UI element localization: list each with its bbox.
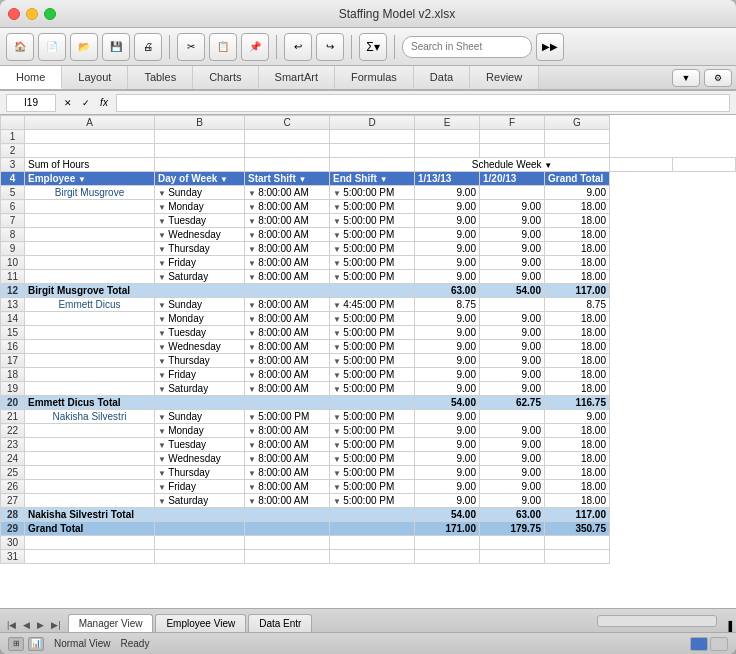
col-d-cell[interactable]: End Shift ▼ (330, 172, 415, 186)
col-b-cell[interactable] (155, 508, 245, 522)
col-c-cell[interactable] (245, 536, 330, 550)
col-g-cell[interactable] (545, 130, 610, 144)
col-b-cell[interactable]: ▼ Saturday (155, 270, 245, 284)
col-g-cell[interactable]: 350.75 (545, 522, 610, 536)
col-a-cell[interactable] (25, 130, 155, 144)
open-btn[interactable]: 📂 (70, 33, 98, 61)
col-a-cell[interactable] (25, 424, 155, 438)
col-g-cell[interactable]: 18.00 (545, 480, 610, 494)
col-e-cell[interactable]: 9.00 (415, 410, 480, 424)
col-a-cell[interactable] (25, 144, 155, 158)
col-f-cell[interactable]: 1/20/13 (480, 172, 545, 186)
cut-btn[interactable]: ✂ (177, 33, 205, 61)
col-b-cell[interactable]: ▼ Tuesday (155, 214, 245, 228)
col-a-cell[interactable] (25, 214, 155, 228)
col-a-cell[interactable] (25, 242, 155, 256)
col-c-cell[interactable]: ▼ 8:00:00 AM (245, 466, 330, 480)
col-c-cell[interactable]: ▼ 8:00:00 AM (245, 452, 330, 466)
paste-btn[interactable]: 📌 (241, 33, 269, 61)
col-f-cell[interactable]: 9.00 (480, 438, 545, 452)
col-c-cell[interactable]: ▼ 8:00:00 AM (245, 270, 330, 284)
col-header-e[interactable]: E (415, 116, 480, 130)
col-d-cell[interactable] (330, 144, 415, 158)
save-btn[interactable]: 💾 (102, 33, 130, 61)
col-d-cell[interactable] (330, 522, 415, 536)
col-g-cell[interactable]: 18.00 (545, 214, 610, 228)
col-b-cell[interactable]: ▼ Friday (155, 480, 245, 494)
col-f-cell[interactable]: 9.00 (480, 270, 545, 284)
last-sheet-btn[interactable]: ▶| (48, 618, 63, 632)
col-d-cell[interactable]: ▼ 5:00:00 PM (330, 312, 415, 326)
col-g-cell[interactable]: 18.00 (545, 256, 610, 270)
col-e-cell[interactable]: 171.00 (415, 522, 480, 536)
col-g-cell[interactable]: 8.75 (545, 298, 610, 312)
col-f-cell[interactable] (610, 158, 673, 172)
col-e-cell[interactable]: 9.00 (415, 452, 480, 466)
col-c-cell[interactable] (245, 508, 330, 522)
col-a-cell[interactable] (25, 536, 155, 550)
col-header-a[interactable]: A (25, 116, 155, 130)
col-f-cell[interactable]: 9.00 (480, 242, 545, 256)
col-d-cell[interactable]: ▼ 5:00:00 PM (330, 200, 415, 214)
col-d-cell[interactable]: ▼ 5:00:00 PM (330, 326, 415, 340)
col-e-cell[interactable]: 9.00 (415, 340, 480, 354)
col-d-cell[interactable] (330, 536, 415, 550)
col-a-cell[interactable]: Emmett Dicus Total (25, 396, 155, 410)
tab-home[interactable]: Home (0, 66, 62, 89)
col-c-cell[interactable]: ▼ 8:00:00 AM (245, 312, 330, 326)
col-g-cell[interactable]: 18.00 (545, 270, 610, 284)
col-f-cell[interactable]: 9.00 (480, 368, 545, 382)
col-f-cell[interactable] (480, 410, 545, 424)
normal-view-icon[interactable] (690, 637, 708, 651)
col-a-cell[interactable] (25, 200, 155, 214)
col-d-cell[interactable]: ▼ 5:00:00 PM (330, 228, 415, 242)
page-layout-icon[interactable] (710, 637, 728, 651)
print-btn[interactable]: 🖨 (134, 33, 162, 61)
col-f-cell[interactable]: 9.00 (480, 354, 545, 368)
col-d-cell[interactable]: ▼ 5:00:00 PM (330, 452, 415, 466)
formula-input[interactable] (116, 94, 730, 112)
col-e-cell[interactable]: 9.00 (415, 438, 480, 452)
col-b-cell[interactable] (155, 144, 245, 158)
col-c-cell[interactable]: Start Shift ▼ (245, 172, 330, 186)
col-d-cell[interactable] (330, 158, 415, 172)
undo-btn[interactable]: ↩ (284, 33, 312, 61)
col-b-cell[interactable]: ▼ Tuesday (155, 438, 245, 452)
sum-btn[interactable]: Σ▾ (359, 33, 387, 61)
scrollbar-end-btn[interactable]: ▐ (721, 621, 736, 632)
col-d-cell[interactable] (330, 396, 415, 410)
col-b-cell[interactable]: ▼ Wednesday (155, 340, 245, 354)
col-e-cell[interactable]: 9.00 (415, 424, 480, 438)
col-header-f[interactable]: F (480, 116, 545, 130)
col-a-cell[interactable]: Birgit Musgrove (25, 186, 155, 200)
col-a-cell[interactable] (25, 480, 155, 494)
col-a-cell[interactable] (25, 340, 155, 354)
col-a-cell[interactable]: Birgit Musgrove Total (25, 284, 155, 298)
col-f-cell[interactable]: 9.00 (480, 228, 545, 242)
col-c-cell[interactable]: ▼ 8:00:00 AM (245, 228, 330, 242)
col-b-cell[interactable]: Day of Week ▼ (155, 172, 245, 186)
col-g-cell[interactable]: 18.00 (545, 438, 610, 452)
col-f-cell[interactable] (480, 550, 545, 564)
col-g-cell[interactable]: Grand Total (545, 172, 610, 186)
col-c-cell[interactable]: ▼ 8:00:00 AM (245, 340, 330, 354)
col-c-cell[interactable]: ▼ 8:00:00 AM (245, 368, 330, 382)
col-f-cell[interactable]: 9.00 (480, 424, 545, 438)
col-b-cell[interactable]: ▼ Sunday (155, 410, 245, 424)
col-c-cell[interactable] (245, 550, 330, 564)
col-d-cell[interactable]: ▼ 5:00:00 PM (330, 368, 415, 382)
col-a-cell[interactable] (25, 256, 155, 270)
col-f-cell[interactable] (480, 144, 545, 158)
col-b-cell[interactable]: ▼ Friday (155, 256, 245, 270)
col-c-cell[interactable]: ▼ 8:00:00 AM (245, 354, 330, 368)
cell-reference-input[interactable] (6, 94, 56, 112)
tab-review[interactable]: Review (470, 66, 539, 89)
col-e-cell[interactable]: 54.00 (415, 508, 480, 522)
tab-layout[interactable]: Layout (62, 66, 128, 89)
col-e-cell[interactable]: Schedule Week ▼ (415, 158, 610, 172)
col-f-cell[interactable]: 9.00 (480, 382, 545, 396)
col-d-cell[interactable]: ▼ 5:00:00 PM (330, 256, 415, 270)
col-a-cell[interactable]: Nakisha Silvestri Total (25, 508, 155, 522)
col-header-d[interactable]: D (330, 116, 415, 130)
col-a-cell[interactable] (25, 326, 155, 340)
